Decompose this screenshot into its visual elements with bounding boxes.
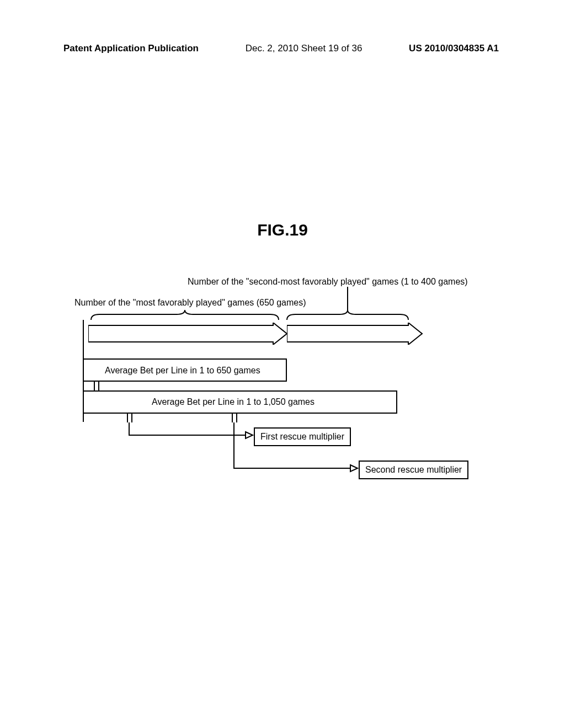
tick-left-a: [94, 381, 95, 390]
header-app-number: US 2010/0304835 A1: [409, 43, 499, 54]
progress-arrow-most: [88, 323, 290, 345]
label-most: Number of the "most favorably played" ga…: [74, 298, 306, 308]
tick-conn2-b: [236, 413, 237, 422]
page-header: Patent Application Publication Dec. 2, 2…: [0, 43, 565, 54]
row-650-line-bottom: [83, 381, 287, 382]
row-1050-line-bottom: [83, 413, 397, 414]
row-1050-right-edge: [396, 390, 397, 414]
brace-second-connector: [342, 287, 353, 312]
figure-diagram: Number of the "second-most favorably pla…: [66, 270, 508, 502]
header-date-sheet: Dec. 2, 2010 Sheet 19 of 36: [246, 43, 363, 54]
first-rescue-multiplier-box: First rescue multiplier: [254, 427, 351, 446]
brace-second: [284, 310, 411, 321]
header-publication: Patent Application Publication: [63, 43, 199, 54]
avg-bet-1050-label: Average Bet per Line in 1 to 1,050 games: [152, 397, 565, 407]
tick-conn2-a: [232, 413, 233, 422]
tick-conn1-a: [127, 413, 128, 422]
svg-marker-4: [350, 465, 358, 472]
avg-bet-650-label: Average Bet per Line in 1 to 650 games: [105, 366, 546, 376]
second-rescue-multiplier-box: Second rescue multiplier: [359, 461, 468, 479]
progress-arrow-second: [287, 323, 425, 345]
svg-marker-2: [287, 323, 422, 345]
row-650-right-edge: [286, 358, 287, 382]
brace-most: [88, 310, 281, 321]
vertical-axis: [83, 320, 84, 422]
tick-left-b: [98, 381, 99, 390]
figure-title: FIG.19: [0, 221, 565, 239]
label-second-most: Number of the "second-most favorably pla…: [188, 277, 468, 287]
svg-marker-1: [88, 323, 287, 345]
tick-conn1-b: [131, 413, 132, 422]
row-1050-line-top: [83, 390, 397, 392]
row-650-line-top: [83, 358, 287, 360]
